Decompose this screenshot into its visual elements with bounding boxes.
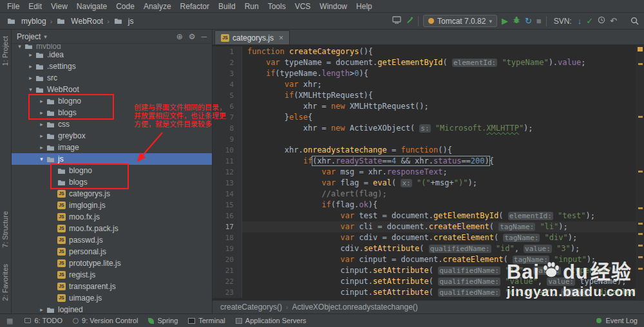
code-line-13[interactable]: 13 var flag = eval( x: "("+msg+")"); xyxy=(213,178,644,189)
code-line-20[interactable]: 20 var cinput = document.createElement( … xyxy=(213,254,644,265)
monitor-icon[interactable] xyxy=(392,16,401,26)
line-number[interactable]: 17 xyxy=(213,221,242,232)
menu-help[interactable]: Help xyxy=(352,1,377,12)
toolwindow-button-favorites[interactable]: 2: Favorites xyxy=(1,264,9,301)
tree-item-blogno[interactable]: blogno xyxy=(12,165,212,176)
code-line-10[interactable]: 10 xhr.onreadystatechange = function(){ xyxy=(213,145,644,156)
statusbar-item-appserver[interactable]: Application Servers xyxy=(236,317,307,324)
tree-item-categorys.js[interactable]: JScategorys.js xyxy=(12,188,212,200)
line-number[interactable]: 20 xyxy=(213,254,242,265)
vcs-update-button[interactable]: ↓ xyxy=(578,17,582,26)
breadcrumb-function[interactable]: createCategorys() xyxy=(220,303,282,312)
toolwindow-button-structure[interactable]: 7: Structure xyxy=(1,211,9,248)
menu-tools[interactable]: Tools xyxy=(263,1,290,12)
code-line-8[interactable]: 8 xhr = new ActiveXObject( s: "Microsoft… xyxy=(213,123,644,134)
tree-item-.idea[interactable]: ▸.idea xyxy=(12,49,212,61)
code-line-18[interactable]: 18 var cdiv = document.createElement( ta… xyxy=(213,232,644,243)
code-line-4[interactable]: 4 var xhr; xyxy=(213,79,644,90)
vcs-commit-button[interactable]: ✓ xyxy=(586,17,593,26)
code-line-23[interactable]: 23 cinput.setAttribute( qualifiedName: "… xyxy=(213,287,644,298)
chevron-right-icon[interactable]: ▸ xyxy=(37,133,46,139)
tree-item-prototype.lite.js[interactable]: JSprototype.lite.js xyxy=(12,257,212,269)
menu-refactor[interactable]: Refactor xyxy=(176,1,214,12)
line-number[interactable]: 7 xyxy=(213,112,242,123)
statusbar-item-spring[interactable]: Spring xyxy=(148,317,178,324)
tree-item-css[interactable]: ▸css xyxy=(12,118,212,130)
code-line-7[interactable]: 7 }else{ xyxy=(213,112,644,123)
line-number[interactable]: 2 xyxy=(213,57,242,68)
tab-categorys-js[interactable]: JS categorys.js × xyxy=(214,30,290,44)
line-number[interactable]: 14 xyxy=(213,189,242,200)
run-button[interactable]: ▶ xyxy=(502,17,508,26)
code-line-14[interactable]: 14 //alert(flag); xyxy=(213,189,644,200)
tree-item-blogno[interactable]: ▸blogno xyxy=(12,95,212,107)
chevron-right-icon[interactable]: ▸ xyxy=(26,75,35,81)
chevron-down-icon[interactable]: ▾ xyxy=(44,33,47,40)
tree-item-passwd.js[interactable]: JSpasswd.js xyxy=(12,234,212,246)
code-line-3[interactable]: 3 if(typeName.length>0){ xyxy=(213,68,644,79)
menu-analyze[interactable]: Analyze xyxy=(139,1,176,12)
editor-scrollbar[interactable] xyxy=(636,45,644,300)
chevron-down-icon[interactable]: ▾ xyxy=(37,156,46,162)
tree-item-imglogin.js[interactable]: JSimglogin.js xyxy=(12,200,212,211)
breadcrumb-item-myblog[interactable]: myblog xyxy=(5,16,48,26)
line-number[interactable]: 8 xyxy=(213,123,242,134)
line-number[interactable]: 15 xyxy=(213,200,242,210)
close-icon[interactable]: × xyxy=(279,33,283,42)
line-number[interactable]: 3 xyxy=(213,68,242,79)
code-line-9[interactable]: 9 xyxy=(213,134,644,145)
chevron-right-icon[interactable]: ▸ xyxy=(37,98,46,104)
chevron-right-icon[interactable]: ▸ xyxy=(26,51,35,58)
line-number[interactable]: 9 xyxy=(213,134,242,145)
tree-item-moo.fx.js[interactable]: JSmoo.fx.js xyxy=(12,211,212,223)
breadcrumb-member[interactable]: ActiveXObject.onreadystatechange() xyxy=(292,303,417,312)
menu-navigate[interactable]: Navigate xyxy=(72,1,111,12)
menu-run[interactable]: Run xyxy=(240,1,263,12)
code-line-21[interactable]: 21 cinput.setAttribute( qualifiedName: "… xyxy=(213,265,644,276)
breadcrumb-item-WebRoot[interactable]: WebRoot xyxy=(55,16,104,26)
line-number[interactable]: 13 xyxy=(213,178,242,189)
breadcrumb-item-js[interactable]: js xyxy=(112,16,135,26)
rerun-button[interactable]: ↻ xyxy=(525,17,532,26)
chevron-right-icon[interactable]: ▸ xyxy=(37,121,46,127)
history-icon[interactable] xyxy=(598,16,605,26)
tree-item-blogs[interactable]: blogs xyxy=(12,176,212,188)
gear-icon[interactable]: ⚙ xyxy=(189,32,196,41)
chevron-right-icon[interactable]: ▸ xyxy=(26,63,35,70)
toolwindow-button-project[interactable]: 1: Project xyxy=(1,36,9,66)
code-line-2[interactable]: 2 var typeName = document.getElementById… xyxy=(213,57,644,68)
line-number[interactable]: 5 xyxy=(213,90,242,101)
tree-item-moo.fx.pack.js[interactable]: JSmoo.fx.pack.js xyxy=(12,223,212,234)
code-line-19[interactable]: 19 cdiv.setAttribute( qualifiedName: "id… xyxy=(213,243,644,254)
menu-code[interactable]: Code xyxy=(111,1,139,12)
code-line-17[interactable]: 17 var cli = document.createElement( tag… xyxy=(213,221,644,232)
project-panel-title[interactable]: Project xyxy=(17,32,41,41)
tree-item-js[interactable]: ▾js xyxy=(12,153,212,165)
run-config-select[interactable]: Tomcat 7.0.82 ▾ xyxy=(423,15,497,27)
search-everywhere-button[interactable] xyxy=(630,17,639,25)
tree-item-personal.js[interactable]: JSpersonal.js xyxy=(12,246,212,257)
chevron-down-icon[interactable]: ▾ xyxy=(26,86,35,93)
code-line-11[interactable]: 11 if(xhr.readyState==4 && xhr.status==2… xyxy=(213,156,644,167)
line-number[interactable]: 19 xyxy=(213,243,242,254)
line-number[interactable]: 12 xyxy=(213,167,242,178)
inspection-status-badge[interactable] xyxy=(638,47,643,51)
hide-panel-icon[interactable]: ─ xyxy=(201,32,207,41)
locate-file-icon[interactable]: ⊕ xyxy=(176,32,183,41)
code-area[interactable]: 1function createCategorys(){2 var typeNa… xyxy=(213,45,644,300)
menu-file[interactable]: File xyxy=(3,1,24,12)
menu-vcs[interactable]: VCS xyxy=(290,1,316,12)
tree-item-image[interactable]: ▸image xyxy=(12,142,212,153)
menu-view[interactable]: View xyxy=(46,1,72,12)
line-number[interactable]: 23 xyxy=(213,287,242,298)
tree-item-transparent.js[interactable]: JStransparent.js xyxy=(12,281,212,292)
tree-item-logined[interactable]: ▸logined xyxy=(12,304,212,313)
rollback-button[interactable]: ↶ xyxy=(610,17,617,26)
code-line-22[interactable]: 22 cinput.setAttribute( qualifiedName: "… xyxy=(213,276,644,287)
line-number[interactable]: 21 xyxy=(213,265,242,276)
code-line-6[interactable]: 6 xhr = new XMLHttpRequest(); xyxy=(213,101,644,112)
tree-item-myblog[interactable]: ▾myblog xyxy=(12,44,212,49)
line-number[interactable]: 18 xyxy=(213,232,242,243)
line-number[interactable]: 11 xyxy=(213,156,242,167)
tree-item-WebRoot[interactable]: ▾WebRoot xyxy=(12,84,212,95)
